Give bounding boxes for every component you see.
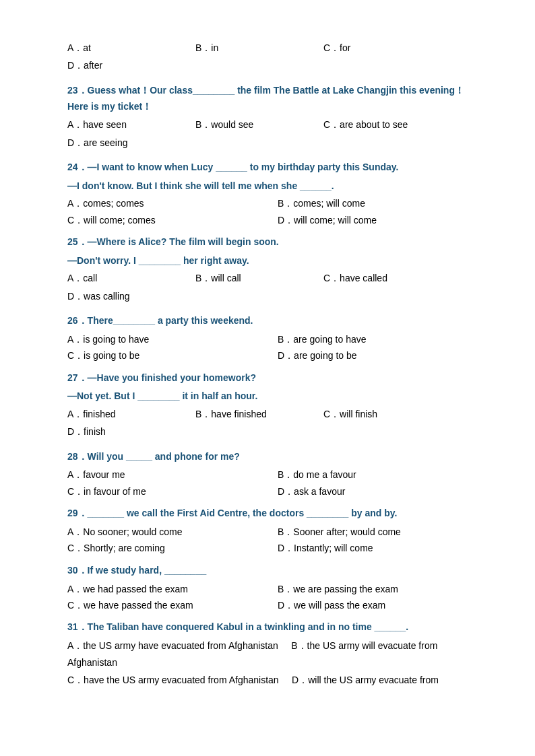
question-28: 28．Will you _____ and phone for me? A．fa…: [67, 449, 481, 500]
q26-options: A．is going to have B．are going to have C…: [67, 332, 481, 364]
top-options-block: A．at B．in C．for D．after: [67, 40, 481, 76]
q31-text: 31．The Taliban have conquered Kabul in a…: [67, 619, 481, 635]
q28-text: 28．Will you _____ and phone for me?: [67, 449, 481, 465]
q29-option-c: C．Shortly; are coming: [67, 541, 271, 555]
q29-option-d: D．Instantly; will come: [278, 541, 481, 555]
q25-option-a: A．call: [67, 271, 189, 285]
q24-option-b: B．comes; will come: [278, 196, 481, 211]
q24-option-a: A．comes; comes: [67, 196, 271, 211]
q25-line2: —Don't worry. I ________ her right away.: [67, 253, 481, 268]
q27-option-a: A．finished: [67, 407, 189, 421]
q23-option-d: D．are seeing: [67, 135, 189, 150]
option-d: D．after: [67, 58, 189, 73]
q25-options: A．call B．will call C．have called D．was c…: [67, 271, 481, 306]
q31-option-b-cont: Afghanistan: [67, 655, 481, 670]
q27-line1: 27．—Have you finished your homework?: [67, 370, 481, 386]
question-27: 27．—Have you finished your homework? —No…: [67, 370, 481, 442]
q29-text: 29．_______ we call the First Aid Centre,…: [67, 506, 481, 522]
q30-option-c: C．we have passed the exam: [67, 598, 271, 613]
q23-option-a: A．have seen: [67, 117, 189, 132]
q23-option-b: B．would see: [195, 117, 317, 132]
q23-text: 23．Guess what！Our class________ the film…: [67, 83, 481, 115]
q28-option-b: B．do me a favour: [278, 467, 481, 482]
q27-option-c: C．will finish: [323, 407, 445, 421]
question-30: 30．If we study hard, ________ A．we had p…: [67, 563, 481, 613]
q26-option-a: A．is going to have: [67, 332, 271, 347]
q30-option-a: A．we had passed the exam: [67, 582, 271, 596]
q29-options: A．No sooner; would come B．Sooner after; …: [67, 524, 481, 556]
q24-option-c: C．will come; comes: [67, 213, 271, 228]
q27-option-d: D．finish: [67, 424, 189, 439]
q26-text: 26．There________ a party this weekend.: [67, 313, 481, 329]
exam-content: A．at B．in C．for D．after 23．Guess what！Ou…: [67, 40, 481, 687]
q29-option-a: A．No sooner; would come: [67, 524, 271, 539]
question-31: 31．The Taliban have conquered Kabul in a…: [67, 619, 481, 687]
q25-option-b: B．will call: [195, 271, 317, 285]
question-29: 29．_______ we call the First Aid Centre,…: [67, 506, 481, 556]
q28-option-a: A．favour me: [67, 467, 271, 482]
option-c: C．for: [323, 40, 445, 55]
q27-line2: —Not yet. But I ________ it in half an h…: [67, 388, 481, 403]
question-25: 25．—Where is Alice? The film will begin …: [67, 234, 481, 306]
q24-line1: 24．—I want to know when Lucy ______ to m…: [67, 160, 481, 176]
q23-option-c: C．are about to see: [323, 117, 445, 132]
q26-option-b: B．are going to have: [278, 332, 481, 347]
q27-option-b: B．have finished: [195, 407, 317, 421]
q30-option-d: D．we will pass the exam: [278, 598, 481, 613]
q25-line1: 25．—Where is Alice? The film will begin …: [67, 234, 481, 250]
option-a: A．at: [67, 40, 189, 55]
q30-text: 30．If we study hard, ________: [67, 563, 481, 579]
option-b: B．in: [195, 40, 317, 55]
q28-options: A．favour me B．do me a favour C．in favour…: [67, 467, 481, 499]
q28-option-c: C．in favour of me: [67, 484, 271, 499]
question-24: 24．—I want to know when Lucy ______ to m…: [67, 160, 481, 228]
q24-line2: —I don't know. But I think she will tell…: [67, 178, 481, 193]
q24-option-d: D．will come; will come: [278, 213, 481, 228]
q31-options: A．the US army have evacuated from Afghan…: [67, 638, 481, 687]
q31-option-cd: C．have the US army evacuated from Afghan…: [67, 673, 481, 687]
q26-option-d: D．are going to be: [278, 348, 481, 363]
q23-options: A．have seen B．would see C．are about to s…: [67, 117, 481, 153]
q25-option-d: D．was calling: [67, 289, 189, 304]
top-options-row: A．at B．in C．for D．after: [67, 40, 481, 76]
q24-options: A．comes; comes B．comes; will come C．will…: [67, 196, 481, 228]
q30-options: A．we had passed the exam B．we are passin…: [67, 582, 481, 613]
q28-option-d: D．ask a favour: [278, 484, 481, 499]
q31-option-a: A．the US army have evacuated from Afghan…: [67, 638, 481, 653]
question-23: 23．Guess what！Our class________ the film…: [67, 83, 481, 153]
question-26: 26．There________ a party this weekend. A…: [67, 313, 481, 364]
q30-option-b: B．we are passing the exam: [278, 582, 481, 596]
q25-option-c: C．have called: [323, 271, 445, 285]
q29-option-b: B．Sooner after; would come: [278, 524, 481, 539]
q26-option-c: C．is going to be: [67, 348, 271, 363]
q27-options: A．finished B．have finished C．will finish…: [67, 407, 481, 442]
